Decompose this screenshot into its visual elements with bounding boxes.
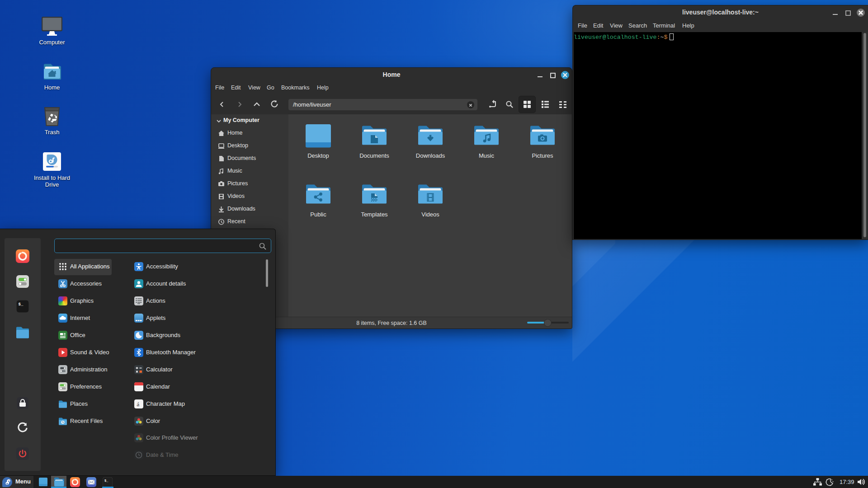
svg-text:$_: $_ xyxy=(19,302,24,307)
svg-text:á: á xyxy=(137,401,140,408)
svg-text:$_: $_ xyxy=(104,479,108,482)
